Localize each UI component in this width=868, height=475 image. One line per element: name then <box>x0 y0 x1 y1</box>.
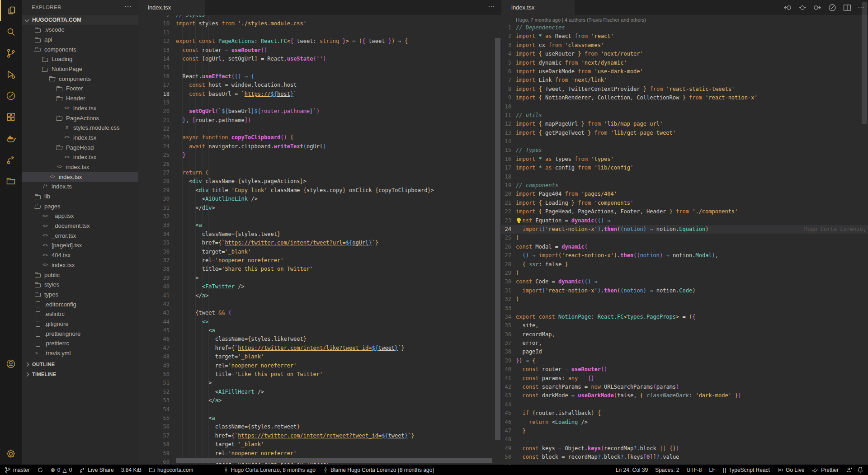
tree-item-pages[interactable]: pages <box>22 201 138 211</box>
code-line-9[interactable]: 9import { NotionRenderer, Collection, Co… <box>501 94 868 102</box>
code-line-38[interactable]: 38 pageId <box>501 348 868 356</box>
tree-item-index.ts[interactable]: /*index.ts <box>22 182 138 192</box>
code-line-25[interactable]: 25 } <box>138 151 501 160</box>
code-line-50[interactable]: 50 const block = recordMap?.block?.[keys… <box>501 453 868 461</box>
code-line-11[interactable]: 11 <box>138 28 501 37</box>
vertical-scrollbar-right[interactable] <box>862 2 867 124</box>
code-line-44[interactable]: 44 <box>501 400 868 409</box>
tree-item-404.tsx[interactable]: <>404.tsx <box>22 250 138 260</box>
tree-item-index.tsx[interactable]: <>index.tsx <box>22 172 138 182</box>
code-line-1[interactable]: 1// Dependencies <box>501 24 868 32</box>
code-line-32[interactable]: 32 <box>138 212 501 221</box>
code-line-10[interactable]: 10 <box>501 103 868 111</box>
project-folder-icon[interactable] <box>0 170 22 191</box>
code-line-44[interactable]: 44 <> <box>138 318 501 326</box>
code-line-42[interactable]: 42 <box>138 300 501 309</box>
code-line-7[interactable]: 7import Link from 'next/link' <box>501 76 868 85</box>
code-line-36[interactable]: 36 recordMap, <box>501 330 868 339</box>
code-line-8[interactable]: 8import { Tweet, TwitterContextProvider … <box>501 85 868 94</box>
code-line-34[interactable]: 34 className={styles.tweet} <box>138 230 501 239</box>
blame-long[interactable]: Blame Hugo Corta Lorenzo (8 months ago) <box>323 466 434 473</box>
code-line-42[interactable]: 42 const searchParams = new URLSearchPar… <box>501 383 868 391</box>
code-line-26[interactable]: 26 <box>138 160 501 169</box>
tree-item-Loading[interactable]: Loading <box>22 54 138 64</box>
code-line-40[interactable]: 40 const router = useRouter() <box>501 365 868 374</box>
code-line-21[interactable]: 21import { Loading } from 'components' <box>501 199 868 207</box>
code-line-12[interactable]: 12import { mapPageUrl } from 'lib/map-pa… <box>501 120 868 128</box>
code-line-48[interactable]: 48 target='_blank' <box>138 353 501 361</box>
code-line-47[interactable]: 47 } <box>501 427 868 435</box>
code-line-22[interactable]: 22import { PageHead, PageActions, Footer… <box>501 207 868 216</box>
code-line-39[interactable]: 39 > <box>138 274 501 282</box>
tree-item-lib[interactable]: lib <box>22 192 138 202</box>
code-line-25[interactable]: 25) <box>501 234 868 242</box>
run-and-debug-icon[interactable] <box>0 64 22 85</box>
code-line-49[interactable]: 49 rel='noopener noreferrer' <box>138 362 501 370</box>
code-line-55[interactable]: 55 <a <box>138 414 501 423</box>
tree-item-.editorconfig[interactable]: .editorconfig <box>22 299 138 309</box>
code-line-35[interactable]: 35 site, <box>501 321 868 330</box>
code-line-21[interactable]: 21 }, [router.pathname]) <box>138 116 501 125</box>
code-line-23[interactable]: 23 async function copyToClipboard() { <box>138 133 501 142</box>
code-line-5[interactable]: 5import dynamic from 'next/dynamic' <box>501 59 868 67</box>
code-line-29[interactable]: 29 <div title='Copy link' className={sty… <box>138 186 501 195</box>
code-line-29[interactable]: 29) <box>501 269 868 277</box>
tree-item-_error.tsx[interactable]: <>_error.tsx <box>22 230 138 240</box>
notifications-button[interactable] <box>857 466 863 473</box>
code-line-47[interactable]: 47 href={`https://twitter.com/intent/lik… <box>138 344 501 353</box>
code-line-33[interactable]: 33 <a <box>138 221 501 230</box>
code-line-35[interactable]: 35 href={`https://twitter.com/intent/twe… <box>138 239 501 247</box>
split-editor-icon[interactable] <box>843 4 852 12</box>
code-line-43[interactable]: 43 {tweet && ( <box>138 309 501 317</box>
code-line-11[interactable]: 11// utils <box>501 111 868 120</box>
code-line-52[interactable]: 52 <AiFillHeart /> <box>138 388 501 396</box>
tab-index-tsx-right[interactable]: index.tsx <box>501 0 575 15</box>
horizontal-scrollbar-left[interactable] <box>176 458 492 463</box>
source-control-icon[interactable] <box>0 42 22 64</box>
nav-forward-icon[interactable] <box>813 4 822 12</box>
tree-item-.prettierignore[interactable]: .prettierignore <box>22 329 138 339</box>
tree-item-public[interactable]: public <box>22 270 138 280</box>
docker-icon[interactable] <box>0 127 22 149</box>
tree-item-NotionPage[interactable]: NotionPage <box>22 64 138 74</box>
tab-index-tsx-left[interactable]: index.tsx <box>138 0 205 15</box>
tree-item-_app.tsx[interactable]: <>_app.tsx <box>22 211 138 221</box>
tree-item-index.tsx[interactable]: <>index.tsx <box>22 162 138 172</box>
code-line-48[interactable]: 48 <box>501 435 868 444</box>
code-line-41[interactable]: 41 const params: any = {} <box>501 374 868 383</box>
code-line-45[interactable]: 45 <a <box>138 326 501 335</box>
tree-item-styles.module.css[interactable]: #styles.module.css <box>22 123 138 133</box>
feedback-button[interactable] <box>846 467 853 473</box>
code-line-26[interactable]: 26const Modal = dynamic( <box>501 243 868 251</box>
prettier-indicator[interactable]: Prettier <box>811 467 839 473</box>
code-line-18[interactable]: 18 const baseUrl = `https://${host}` <box>138 90 501 99</box>
code-line-15[interactable]: 15 <box>138 63 501 72</box>
tree-item-PageHead[interactable]: PageHead <box>22 142 138 152</box>
code-line-37[interactable]: 37 error, <box>501 339 868 348</box>
tree-item-components[interactable]: components <box>22 44 138 54</box>
tree-item-index.tsx[interactable]: <>index.tsx <box>22 103 138 113</box>
code-line-31[interactable]: 31 </div> <box>138 204 501 212</box>
tree-item-.eslintrc[interactable]: .eslintrc <box>22 309 138 319</box>
codelens-blame[interactable]: Hugo, 7 months ago | 4 authors (Travis F… <box>501 16 868 24</box>
problems-indicator[interactable]: ⊗ 0 △ 0 <box>51 467 72 473</box>
code-line-37[interactable]: 37 rel='noopener noreferrer' <box>138 256 501 265</box>
tree-item-index.tsx[interactable]: <>index.tsx <box>22 260 138 270</box>
code-editor-left[interactable]: 9// Styles10import styles from './styles… <box>138 15 501 465</box>
timeline-section-header[interactable]: TIMELINE <box>22 369 138 379</box>
tree-item-.vscode[interactable]: .vscode <box>22 25 138 35</box>
code-line-14[interactable]: 14 const [ogUrl, setOgUrl] = React.useSt… <box>138 55 501 63</box>
nav-current-icon[interactable] <box>798 4 807 12</box>
code-line-16[interactable]: 16 React.useEffect(() ⇒ { <box>138 72 501 81</box>
code-line-46[interactable]: 46 return <Loading /> <box>501 418 868 427</box>
tree-item-[pageId].tsx[interactable]: <>[pageId].tsx <box>22 240 138 250</box>
code-line-33[interactable]: 33 <box>501 304 868 313</box>
search-icon[interactable] <box>0 21 22 42</box>
code-line-2[interactable]: 2import * as React from 'react' <box>501 32 868 41</box>
code-line-53[interactable]: 53 </a> <box>138 396 501 405</box>
tree-item-Header[interactable]: Header <box>22 94 138 103</box>
code-line-49[interactable]: 49 const keys = Object.keys(recordMap?.b… <box>501 444 868 453</box>
cursor-position[interactable]: Ln 24, Col 39 <box>616 467 648 473</box>
history-icon[interactable] <box>828 4 837 12</box>
tree-item-index.tsx[interactable]: <>index.tsx <box>22 133 138 143</box>
